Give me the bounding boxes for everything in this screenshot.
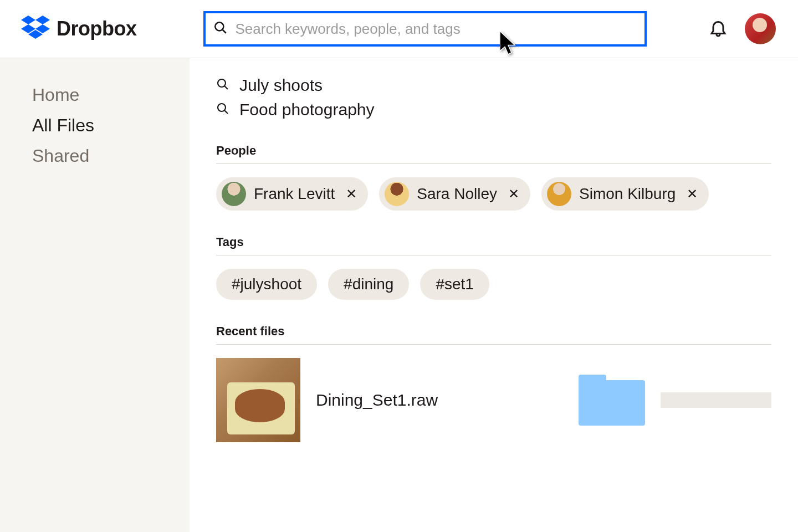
tag-chip-julyshoot[interactable]: #julyshoot: [216, 269, 317, 300]
sidebar-item-home[interactable]: Home: [32, 85, 190, 105]
search-box[interactable]: [203, 11, 647, 47]
close-icon[interactable]: ✕: [508, 186, 519, 202]
avatar: [385, 182, 409, 206]
person-name: Sara Nolley: [417, 185, 497, 203]
search-container: [203, 11, 647, 47]
user-avatar[interactable]: [745, 13, 776, 44]
svg-point-9: [218, 104, 226, 111]
person-chip-frank-levitt[interactable]: Frank Levitt ✕: [216, 177, 368, 211]
svg-point-5: [215, 22, 223, 30]
header-actions: [708, 13, 776, 44]
sidebar-item-all-files[interactable]: All Files: [32, 115, 190, 136]
search-icon: [213, 21, 228, 37]
main-content: July shoots Food photography People Fran…: [190, 58, 798, 532]
svg-marker-0: [21, 16, 35, 24]
person-chip-sara-nolley[interactable]: Sara Nolley ✕: [379, 177, 530, 211]
svg-line-6: [222, 29, 226, 33]
svg-point-7: [218, 79, 226, 87]
people-chips: Frank Levitt ✕ Sara Nolley ✕ Simon Kilbu…: [216, 177, 771, 211]
recent-section-title: Recent files: [216, 324, 771, 345]
recent-files-row: Dining_Set1.raw: [216, 358, 771, 442]
sidebar-item-label: Shared: [32, 146, 89, 166]
brand-logo[interactable]: Dropbox: [21, 16, 137, 42]
file-thumbnail[interactable]: [216, 358, 300, 442]
person-chip-simon-kilburg[interactable]: Simon Kilburg ✕: [541, 177, 709, 211]
search-suggestion[interactable]: Food photography: [216, 100, 771, 119]
tag-label: #set1: [436, 275, 474, 293]
svg-line-8: [224, 86, 228, 89]
avatar: [222, 182, 246, 206]
dropbox-icon: [21, 16, 50, 42]
people-section-title: People: [216, 144, 771, 164]
person-name: Frank Levitt: [254, 185, 335, 203]
tag-chip-set1[interactable]: #set1: [420, 269, 489, 300]
svg-marker-1: [35, 16, 50, 24]
tag-chip-dining[interactable]: #dining: [328, 269, 409, 300]
svg-line-10: [224, 110, 228, 114]
tag-label: #dining: [344, 275, 393, 293]
person-name: Simon Kilburg: [579, 185, 676, 203]
search-icon: [216, 100, 229, 119]
suggestion-label: Food photography: [239, 100, 375, 119]
suggestion-label: July shoots: [239, 76, 323, 95]
sidebar-item-shared[interactable]: Shared: [32, 146, 190, 166]
sidebar: Home All Files Shared: [0, 58, 190, 532]
tag-chips: #julyshoot #dining #set1: [216, 269, 771, 300]
close-icon[interactable]: ✕: [687, 186, 698, 202]
close-icon[interactable]: ✕: [346, 186, 357, 202]
body: Home All Files Shared July shoots Food p…: [0, 58, 798, 532]
sidebar-item-label: All Files: [32, 115, 94, 135]
search-suggestion[interactable]: July shoots: [216, 76, 771, 95]
folder-icon[interactable]: [579, 375, 645, 426]
search-input[interactable]: [236, 21, 637, 38]
tag-label: #julyshoot: [232, 275, 301, 293]
search-icon: [216, 76, 229, 95]
header: Dropbox: [0, 0, 798, 58]
avatar: [547, 182, 571, 206]
file-name[interactable]: Dining_Set1.raw: [316, 391, 563, 410]
brand-name: Dropbox: [57, 17, 137, 40]
sidebar-item-label: Home: [32, 85, 79, 105]
bell-icon[interactable]: [708, 18, 728, 40]
file-placeholder: [661, 392, 771, 408]
tags-section-title: Tags: [216, 235, 771, 255]
